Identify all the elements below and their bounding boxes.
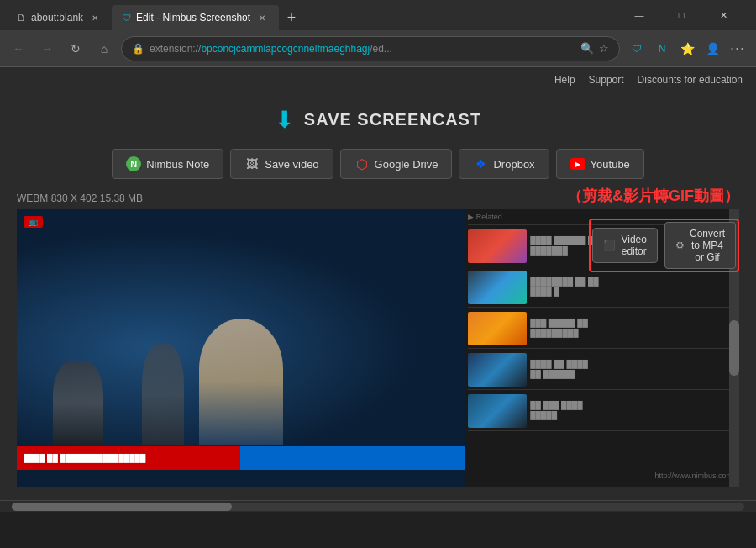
- star-icon[interactable]: ☆: [599, 42, 609, 55]
- thumb-image-1: [468, 229, 527, 263]
- maximize-button[interactable]: □: [662, 3, 701, 28]
- watermark: http://www.nimbus.com: [654, 472, 732, 480]
- action-buttons-highlight: ⬛ Video editor ⚙ Convert to MP4 or Gif: [589, 219, 739, 272]
- support-link[interactable]: Support: [589, 74, 624, 86]
- thumb-item-4[interactable]: ████ ██ ██████ ██████: [468, 350, 736, 390]
- youtube-button[interactable]: ▶ Youtube: [556, 149, 644, 179]
- refresh-button[interactable]: ↻: [64, 37, 87, 61]
- thumb-item-2[interactable]: ████████ ██ ██████ █: [468, 268, 736, 308]
- save-screencast-title: SAVE SCREENCAST: [304, 110, 481, 129]
- thumb-item-3[interactable]: ███ █████ ███████████: [468, 309, 736, 349]
- more-icon[interactable]: ···: [726, 37, 749, 61]
- save-screencast-header: ⬇ SAVE SCREENCAST: [17, 106, 739, 134]
- video-left-panel: ████ ██ ████████████████ 📺: [17, 209, 465, 487]
- help-link[interactable]: Help: [554, 74, 575, 86]
- favorites-icon[interactable]: ⭐: [675, 37, 699, 61]
- tab-bar: 🗋 about:blank ✕ 🛡 Edit - Nimbus Screensh…: [7, 0, 304, 30]
- dropbox-icon: ❖: [473, 156, 488, 171]
- video-action-buttons: ⬛ Video editor ⚙ Convert to MP4 or Gif: [592, 222, 736, 269]
- thumb-text-4: ████ ██ ██████ ██████: [530, 360, 736, 379]
- nimbus-note-icon: N: [126, 156, 141, 171]
- channel-logo: 📺: [24, 216, 43, 228]
- dropbox-button[interactable]: ❖ Dropbox: [459, 149, 549, 179]
- nimbus-note-button[interactable]: N Nimbus Note: [112, 149, 223, 179]
- forward-button[interactable]: →: [35, 37, 59, 61]
- back-button[interactable]: ←: [7, 37, 30, 61]
- home-button[interactable]: ⌂: [92, 37, 116, 61]
- video-meta: WEBM 830 X 402 15.38 MB: [17, 192, 143, 204]
- thumb-image-4: [468, 353, 527, 387]
- thumb-text-3: ███ █████ ███████████: [530, 319, 736, 338]
- convert-icon: ⚙: [675, 240, 685, 251]
- save-icon: ⬇: [275, 106, 294, 134]
- thumb-text-5: ██ ███ █████████: [530, 401, 736, 420]
- save-video-button[interactable]: 🖼 Save video: [230, 149, 333, 179]
- tab-edit[interactable]: 🛡 Edit - Nimbus Screenshot ✕: [112, 5, 279, 30]
- close-tab-blank[interactable]: ✕: [88, 11, 102, 24]
- thumb-item-5[interactable]: ██ ███ █████████: [468, 392, 736, 431]
- header-links: Help Support Discounts for education: [0, 67, 756, 92]
- video-editor-button[interactable]: ⬛ Video editor: [592, 228, 657, 263]
- person-anchor: [199, 319, 283, 445]
- gdrive-icon: ⬡: [354, 156, 370, 171]
- extensions-icon[interactable]: 🛡: [625, 37, 648, 61]
- google-drive-button[interactable]: ⬡ Google Drive: [340, 149, 453, 179]
- save-buttons: N Nimbus Note 🖼 Save video ⬡ Google Driv…: [17, 149, 739, 179]
- main-content: ⬇ SAVE SCREENCAST N Nimbus Note 🖼 Save v…: [0, 92, 756, 500]
- browser-chrome: ← → ↻ ⌂ 🔒 extension://bpconcjcammlapcogc…: [0, 30, 756, 67]
- annotation-text: （剪裁&影片轉GIF動圖）: [567, 186, 739, 206]
- new-tab-button[interactable]: +: [279, 5, 304, 30]
- address-text: extension://bpconcjcammlapcogcnnelfmaegh…: [150, 43, 575, 55]
- person-silhouette-1: [53, 361, 103, 445]
- news-ticker: ████ ██ ████████████████: [17, 446, 465, 470]
- video-section: （剪裁&影片轉GIF動圖） WEBM 830 X 402 15.38 MB ⬛ …: [17, 192, 739, 487]
- video-editor-icon: ⬛: [603, 240, 616, 251]
- toolbar-icons: 🛡 N ⭐ 👤 ···: [625, 37, 749, 61]
- thumb-image-2: [468, 271, 527, 304]
- tab-edit-title: Edit - Nimbus Screenshot: [136, 12, 250, 24]
- person-silhouette-2: [142, 344, 184, 445]
- save-video-icon: 🖼: [244, 156, 260, 171]
- search-icon: 🔍: [580, 42, 594, 55]
- tab-blank[interactable]: 🗋 about:blank ✕: [7, 5, 112, 30]
- close-tab-edit[interactable]: ✕: [255, 11, 269, 24]
- title-bar: 🗋 about:blank ✕ 🛡 Edit - Nimbus Screensh…: [0, 0, 756, 30]
- address-bar[interactable]: 🔒 extension://bpconcjcammlapcogcnnelfmae…: [121, 36, 620, 61]
- thumb-image-5: [468, 394, 527, 428]
- scrollbar-thumb[interactable]: [729, 320, 739, 376]
- minimize-button[interactable]: —: [620, 3, 659, 28]
- thumb-image-3: [468, 312, 527, 345]
- profile-icon[interactable]: 👤: [701, 37, 724, 61]
- discounts-link[interactable]: Discounts for education: [638, 74, 743, 86]
- tab-blank-title: about:blank: [31, 12, 83, 24]
- convert-button[interactable]: ⚙ Convert to MP4 or Gif: [664, 222, 736, 269]
- bottom-bar: [0, 500, 756, 512]
- window-controls: — □ ✕: [620, 3, 743, 28]
- close-button[interactable]: ✕: [704, 3, 743, 28]
- thumb-text-2: ████████ ██ ██████ █: [530, 277, 736, 297]
- youtube-icon: ▶: [570, 158, 585, 170]
- horizontal-scrollbar-thumb[interactable]: [12, 503, 232, 511]
- horizontal-scrollbar[interactable]: [12, 503, 744, 511]
- nimbus-icon[interactable]: N: [650, 37, 674, 61]
